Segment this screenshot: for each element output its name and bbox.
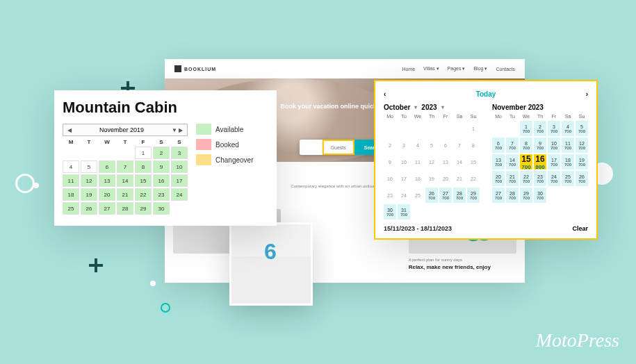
next-icon[interactable]: ›	[586, 90, 588, 98]
day-cell[interactable]: 21700	[506, 171, 519, 186]
day-cell[interactable]: 10	[171, 160, 188, 173]
day-cell[interactable]: 5700	[576, 121, 588, 136]
day-cell[interactable]: 2	[153, 147, 170, 159]
day-cell[interactable]: 14700	[506, 154, 519, 169]
day-cell[interactable]: 18700	[562, 154, 574, 169]
day-cell[interactable]: 28700	[506, 188, 519, 203]
day-cell[interactable]: 12	[81, 174, 97, 187]
guests-field[interactable]: Guests	[323, 140, 354, 155]
day-empty	[439, 121, 452, 136]
day-cell: 14	[453, 154, 466, 169]
day-cell[interactable]: 4700	[562, 121, 574, 136]
day-cell[interactable]: 16	[153, 174, 170, 187]
day-cell[interactable]: 5	[81, 160, 97, 173]
day-cell[interactable]: 25	[63, 202, 79, 215]
day-cell[interactable]: 18	[63, 188, 79, 201]
prev-icon[interactable]: ‹	[384, 90, 386, 98]
menu-item[interactable]: Blog ▾	[473, 66, 487, 72]
day-cell[interactable]: 24	[171, 188, 188, 201]
day-cell[interactable]: 17700	[548, 154, 560, 169]
day-cell[interactable]: 8700	[520, 138, 532, 153]
day-cell[interactable]: 22700	[520, 171, 532, 186]
day-cell[interactable]: 9700	[534, 138, 546, 153]
chevron-down-icon[interactable]: ▾	[441, 104, 444, 110]
day-cell: 6	[439, 138, 452, 153]
day-cell[interactable]: 26	[81, 202, 97, 215]
day-cell[interactable]: 2700	[534, 121, 546, 136]
day-cell[interactable]: 28	[117, 202, 133, 215]
month-panel: November 2023 MoTuWeThFrSaSu 17002700370…	[492, 104, 588, 220]
day-selected[interactable]: 16800	[534, 154, 546, 169]
day-cell[interactable]: 10700	[548, 138, 560, 153]
menu-item[interactable]: Villas ▾	[423, 66, 439, 72]
day-cell[interactable]: 19700	[576, 154, 588, 169]
menu-item[interactable]: Contacts	[496, 66, 515, 72]
month-name[interactable]: October	[384, 104, 410, 111]
day-empty	[439, 204, 452, 220]
day-cell[interactable]: 29700	[520, 188, 532, 203]
day-cell[interactable]: 20	[99, 188, 115, 201]
day-empty	[425, 121, 438, 136]
day-cell[interactable]: 31700	[398, 204, 410, 220]
day-cell[interactable]: 29	[135, 202, 152, 215]
day-cell[interactable]: 14	[117, 174, 133, 187]
day-cell[interactable]: 20700	[492, 171, 505, 186]
day-cell[interactable]: 28700	[453, 188, 466, 203]
day-cell[interactable]: 30	[153, 202, 170, 215]
year-label[interactable]: 2023	[421, 104, 437, 111]
day-empty	[467, 204, 480, 220]
site-brand: BOOKLIUM	[174, 65, 216, 72]
day-empty	[411, 121, 424, 136]
menu-item[interactable]: Pages ▾	[448, 66, 466, 72]
day-cell[interactable]: 3700	[548, 121, 560, 136]
day-cell: 10	[398, 154, 410, 169]
day-cell[interactable]: 13700	[492, 154, 505, 169]
day-cell[interactable]: 27	[99, 202, 115, 215]
day-cell[interactable]: 25700	[562, 171, 574, 186]
day-cell[interactable]: 6	[99, 160, 115, 173]
day-cell[interactable]: 15	[135, 174, 152, 187]
day-cell[interactable]: 27700	[492, 188, 505, 203]
day-empty	[562, 188, 574, 203]
dropdown-icon[interactable]: ▼	[172, 127, 177, 133]
day-cell[interactable]: 30700	[534, 188, 546, 203]
month-name[interactable]: November 2023	[492, 104, 544, 111]
day-cell[interactable]: 24700	[548, 171, 560, 186]
day-selected[interactable]: 15700	[520, 154, 532, 169]
day-cell[interactable]: 12700	[576, 138, 588, 153]
day-cell[interactable]: 9	[153, 160, 170, 173]
day-cell[interactable]: 1	[135, 147, 152, 159]
day-cell[interactable]: 22	[135, 188, 152, 201]
day-cell[interactable]: 13	[99, 174, 115, 187]
checkin-field[interactable]	[300, 140, 323, 155]
day-empty	[398, 121, 410, 136]
day-cell[interactable]: 26700	[425, 188, 438, 203]
day-cell[interactable]: 11700	[562, 138, 574, 153]
day-cell[interactable]: 11	[63, 174, 79, 187]
next-month-icon[interactable]: ▶	[179, 127, 183, 133]
day-cell: 5	[425, 138, 438, 153]
chevron-down-icon[interactable]: ▾	[414, 104, 417, 110]
day-cell[interactable]: 30700	[384, 204, 396, 220]
day-cell[interactable]: 1700	[520, 121, 532, 136]
month-select[interactable]: ◀ November 2019 ▼▶	[63, 124, 188, 136]
today-link[interactable]: Today	[476, 90, 496, 98]
menu-item[interactable]: Home	[402, 66, 415, 72]
day-cell[interactable]: 29700	[467, 188, 480, 203]
day-cell[interactable]: 23	[153, 188, 170, 201]
clear-button[interactable]: Clear	[572, 225, 588, 232]
day-cell[interactable]: 7700	[506, 138, 519, 153]
prev-month-icon[interactable]: ◀	[67, 127, 72, 133]
day-cell[interactable]: 26700	[576, 171, 588, 186]
day-cell[interactable]: 23700	[534, 171, 546, 186]
day-cell[interactable]: 21	[117, 188, 133, 201]
day-cell[interactable]: 6700	[492, 138, 505, 153]
day-cell[interactable]: 7	[117, 160, 133, 173]
day-cell[interactable]: 17	[171, 174, 188, 187]
day-cell[interactable]: 19	[81, 188, 97, 201]
day-cell[interactable]: 4	[63, 160, 79, 173]
day-cell[interactable]: 27700	[439, 188, 452, 203]
day-cell[interactable]: 3	[171, 147, 188, 159]
day-cell[interactable]: 8	[135, 160, 152, 173]
availability-grid[interactable]: 1234567891011121314151617181920212223242…	[63, 147, 188, 215]
